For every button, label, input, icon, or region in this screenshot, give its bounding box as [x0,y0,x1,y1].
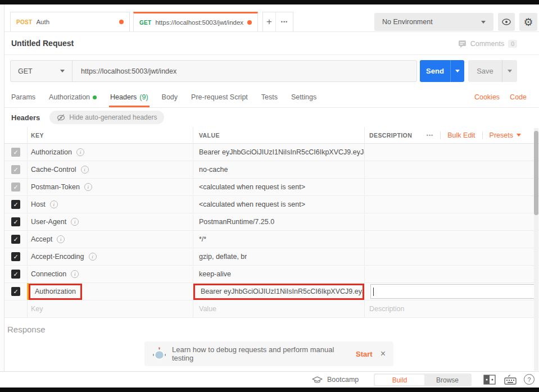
info-icon: i [81,166,89,174]
new-value-cell[interactable]: Value [193,300,364,317]
request-section-tab[interactable]: Pre-request Script [184,87,255,107]
header-value-cell[interactable]: Bearer eyJhbGciOiJIUzI1NiIsInR5cCI6IkpXV… [193,283,364,300]
eye-off-icon [57,114,65,121]
header-value-cell[interactable]: */* [193,231,364,248]
comments-button[interactable]: Comments 0 [458,32,517,55]
header-table-row: ✓ Connection i keep-alive [4,266,539,283]
build-toggle-button[interactable]: Build [375,375,424,385]
row-checkbox[interactable]: ✓ [11,183,20,192]
url-input[interactable] [73,61,416,81]
app-header: POST Auth GET https://localhost:5003/jwt… [4,4,539,32]
header-key-cell[interactable]: Accept-Encoding i [27,248,193,265]
method-selector[interactable]: GET [11,61,73,81]
header-key-cell[interactable]: User-Agent i [27,213,193,230]
header-description-cell[interactable] [364,144,539,161]
header-key: Accept [31,235,52,243]
table-options-button[interactable]: ••• [427,133,433,138]
header-value-cell[interactable]: <calculated when request is sent> [193,179,364,195]
row-checkbox[interactable]: ✓ [11,252,20,261]
code-link[interactable]: Code [510,93,527,101]
request-tab-label: Authorization [49,93,90,101]
new-description-cell[interactable]: Description [364,300,539,317]
method-value: GET [18,67,33,75]
header-description-cell[interactable] [364,248,539,265]
bootcamp-label: Bootcamp [327,376,359,384]
workspace-tab[interactable]: GET https://localhost:5003/jwt/index [133,12,258,31]
request-tab-label: Headers [110,93,137,101]
header-key-cell[interactable]: Authorization [27,283,193,300]
header-description-cell[interactable] [364,213,539,230]
save-options-button[interactable] [502,60,517,82]
header-value: <calculated when request is sent> [199,200,305,208]
new-key-cell[interactable]: Key [27,300,193,317]
settings-button[interactable]: ⚙ [519,13,537,31]
chevron-down-icon [60,70,65,72]
header-table-row: ✓ Accept i */* [4,231,539,248]
header-description-cell[interactable] [364,179,539,195]
request-tab-count: (9) [139,93,148,101]
column-header-value: VALUE [193,127,364,143]
cookies-link[interactable]: Cookies [474,93,500,101]
help-button[interactable]: ? [524,374,535,385]
row-checkbox[interactable]: ✓ [11,148,20,157]
new-header-row: Key Value Description [4,300,539,318]
scrollbar-thumb[interactable] [534,131,538,215]
description-input[interactable] [370,284,536,299]
send-options-button[interactable] [450,60,464,82]
row-checkbox[interactable]: ✓ [11,270,20,279]
request-section-tab[interactable]: Tests [255,87,284,107]
header-key: User-Agent [31,218,66,226]
presets-dropdown[interactable]: Presets [490,131,521,139]
browse-toggle-button[interactable]: Browse [424,375,470,385]
row-checkbox[interactable]: ✓ [11,235,20,244]
request-section-tab[interactable]: Params [4,87,42,107]
environment-quick-look-button[interactable] [498,13,515,31]
header-description-cell[interactable] [364,231,539,248]
send-button[interactable]: Send [420,60,450,82]
two-pane-view-icon[interactable] [483,375,496,385]
workspace-tab[interactable]: POST Auth [10,12,130,31]
check-icon: ✓ [13,184,18,190]
tab-options-button[interactable]: ••• [276,12,293,31]
header-key-cell[interactable]: Cache-Control i [27,161,193,178]
row-checkbox[interactable]: ✓ [11,217,20,226]
hide-auto-generated-toggle[interactable]: Hide auto-generated headers [49,111,164,124]
check-icon: ✓ [13,167,18,173]
vertical-scrollbar[interactable] [534,128,538,371]
header-value: */* [199,235,206,243]
row-checkbox[interactable]: ✓ [11,200,20,209]
request-section-tab[interactable]: Body [155,87,185,107]
request-section-tab[interactable]: Authorization [42,87,103,107]
new-tab-button[interactable]: + [263,12,276,31]
save-button[interactable]: Save [468,60,502,82]
header-value-cell[interactable]: PostmanRuntime/7.25.0 [193,213,364,230]
tab-title: Auth [36,19,49,25]
header-description-cell[interactable] [364,161,539,178]
header-value: gzip, deflate, br [199,253,247,261]
header-value-cell[interactable]: no-cache [193,161,364,178]
header-description-cell[interactable] [364,283,539,300]
header-value-cell[interactable]: Bearer eyJhbGciOiJIUzI1NiIsInR5cCI6IkpXV… [193,144,364,161]
banner-start-link[interactable]: Start [356,350,373,358]
workspace-tab-list: POST Auth GET https://localhost:5003/jwt… [10,12,261,31]
header-key-cell[interactable]: Accept i [27,231,193,248]
row-checkbox[interactable]: ✓ [11,287,20,296]
header-key-cell[interactable]: Postman-Token i [27,179,193,195]
close-icon[interactable]: × [381,349,386,359]
request-section-tab[interactable]: Headers (9) [103,87,155,107]
header-value-cell[interactable]: gzip, deflate, br [193,248,364,265]
header-key-cell[interactable]: Connection i [27,266,193,282]
header-value-cell[interactable]: <calculated when request is sent> [193,196,364,213]
header-description-cell[interactable] [364,266,539,282]
bootcamp-button[interactable]: Bootcamp [312,372,359,388]
keyboard-shortcuts-icon[interactable] [504,375,517,385]
request-section-tab[interactable]: Settings [284,87,323,107]
bulk-edit-link[interactable]: Bulk Edit [447,131,475,139]
header-description-cell[interactable] [364,196,539,213]
row-checkbox[interactable]: ✓ [11,165,20,174]
environment-selector[interactable]: No Environment [374,13,493,31]
header-value-cell[interactable]: keep-alive [193,266,364,282]
bootcamp-banner: Learn how to debug requests and perform … [144,341,393,366]
header-key-cell[interactable]: Authorization i [27,144,193,161]
header-key-cell[interactable]: Host i [27,196,193,213]
